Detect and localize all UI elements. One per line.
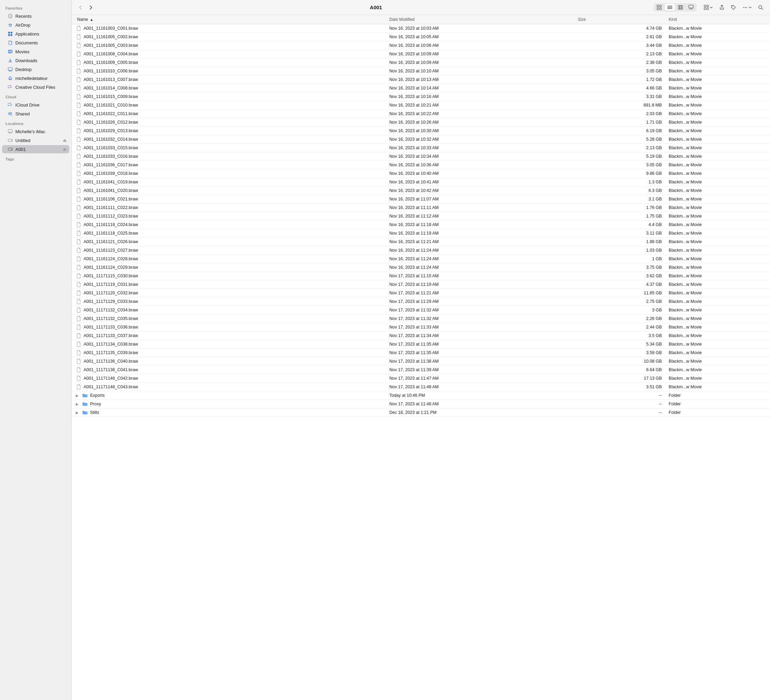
table-row[interactable]: A001_11161041_C019.brawNov 16, 2023 at 1… (72, 178, 770, 186)
file-icon (76, 307, 81, 313)
file-size: 2.44 GB (574, 323, 665, 332)
sidebar-item-untitled[interactable]: Untitled ⏏ (2, 136, 69, 144)
table-row[interactable]: ▶ ProxyNov 17, 2023 at 11:48 AM--Folder (72, 400, 770, 408)
table-row[interactable]: A001_11171133_C037.brawNov 17, 2023 at 1… (72, 332, 770, 340)
table-row[interactable]: A001_11161041_C020.brawNov 16, 2023 at 1… (72, 186, 770, 195)
table-row[interactable]: A001_11161112_C023.brawNov 16, 2023 at 1… (72, 212, 770, 220)
view-list-button[interactable] (665, 4, 675, 11)
sidebar-item-downloads[interactable]: Downloads (2, 56, 69, 65)
table-row[interactable]: A001_11161005_C003.brawNov 16, 2023 at 1… (72, 41, 770, 50)
table-row[interactable]: A001_11161106_C021.brawNov 16, 2023 at 1… (72, 195, 770, 204)
table-row[interactable]: A001_11161124_C029.brawNov 16, 2023 at 1… (72, 263, 770, 272)
sidebar-item-documents[interactable]: Documents (2, 39, 69, 47)
table-row[interactable]: A001_11161015_C009.brawNov 16, 2023 at 1… (72, 92, 770, 101)
sidebar-item-airdrop[interactable]: AirDrop (2, 21, 69, 29)
file-modified: Nov 16, 2023 at 10:41 AM (386, 178, 574, 186)
file-name: A001_11161112_C023.braw (84, 214, 138, 219)
eject-icon-a001[interactable]: ⏏ (63, 147, 66, 152)
table-row[interactable]: A001_11161033_C016.brawNov 16, 2023 at 1… (72, 152, 770, 161)
disclosure-arrow[interactable]: ▶ (76, 411, 79, 415)
file-kind: Blackm...w Movie (665, 212, 770, 220)
group-button[interactable] (701, 3, 715, 11)
table-row[interactable]: A001_11171115_C030.brawNov 17, 2023 at 1… (72, 272, 770, 280)
table-row[interactable]: A001_11171135_C039.brawNov 17, 2023 at 1… (72, 348, 770, 357)
view-gallery-button[interactable] (686, 4, 696, 11)
disclosure-arrow[interactable]: ▶ (76, 394, 79, 397)
table-row[interactable]: A001_11161009_C005.brawNov 16, 2023 at 1… (72, 58, 770, 67)
sidebar-item-recents[interactable]: Recents (2, 12, 69, 20)
table-row[interactable]: A001_11161036_C017.brawNov 16, 2023 at 1… (72, 161, 770, 169)
table-row[interactable]: A001_11161013_C007.brawNov 16, 2023 at 1… (72, 75, 770, 84)
table-row[interactable]: A001_11161124_C028.brawNov 16, 2023 at 1… (72, 255, 770, 263)
view-columns-button[interactable] (675, 4, 685, 11)
file-size: 6.19 GB (574, 127, 665, 135)
tag-button[interactable] (728, 3, 739, 11)
file-kind: Blackm...w Movie (665, 33, 770, 41)
table-row[interactable]: ▶ ExportsToday at 10:46 PM--Folder (72, 391, 770, 400)
col-header-name[interactable]: Name ▲ (72, 15, 386, 24)
table-row[interactable]: A001_11161005_C002.brawNov 16, 2023 at 1… (72, 33, 770, 41)
back-button[interactable] (76, 3, 85, 11)
table-row[interactable]: A001_11161010_C006.brawNov 16, 2023 at 1… (72, 67, 770, 75)
table-row[interactable]: A001_11161121_C026.brawNov 16, 2023 at 1… (72, 238, 770, 246)
file-icon (76, 136, 81, 142)
file-kind: Blackm...w Movie (665, 24, 770, 33)
col-header-size[interactable]: Size (574, 15, 665, 24)
table-row[interactable]: A001_11171129_C033.brawNov 17, 2023 at 1… (72, 297, 770, 306)
file-kind: Blackm...w Movie (665, 297, 770, 306)
forward-button[interactable] (86, 3, 95, 11)
table-row[interactable]: A001_11161008_C004.brawNov 16, 2023 at 1… (72, 50, 770, 58)
table-row[interactable]: A001_11161111_C022.brawNov 16, 2023 at 1… (72, 204, 770, 212)
file-icon (76, 256, 81, 262)
table-row[interactable]: A001_11161039_C018.brawNov 16, 2023 at 1… (72, 169, 770, 178)
file-size: 1.75 GB (574, 212, 665, 220)
sidebar-item-shared[interactable]: Shared (2, 110, 69, 118)
table-row[interactable]: A001_11171132_C034.brawNov 17, 2023 at 1… (72, 306, 770, 314)
sidebar-item-a001[interactable]: A001 ⏏ (2, 145, 69, 153)
table-row[interactable]: A001_11171120_C032.brawNov 17, 2023 at 1… (72, 289, 770, 297)
table-row[interactable]: A001_11171136_C040.brawNov 17, 2023 at 1… (72, 357, 770, 366)
table-row[interactable]: ▶ StillsDec 18, 2023 at 1:21 PM--Folder (72, 408, 770, 417)
table-row[interactable]: A001_11171119_C031.brawNov 17, 2023 at 1… (72, 280, 770, 289)
sidebar-item-user[interactable]: michelledelateur (2, 74, 69, 82)
table-row[interactable]: A001_11171148_C043.brawNov 17, 2023 at 1… (72, 383, 770, 391)
svg-rect-44 (704, 8, 706, 10)
col-header-kind[interactable]: Kind (665, 15, 770, 24)
file-icon (76, 34, 81, 40)
eject-icon[interactable]: ⏏ (63, 138, 66, 143)
table-row[interactable]: A001_11171134_C038.brawNov 17, 2023 at 1… (72, 340, 770, 348)
table-row[interactable]: A001_11161003_C001.brawNov 16, 2023 at 1… (72, 24, 770, 33)
file-kind: Blackm...w Movie (665, 263, 770, 272)
share-button[interactable] (717, 3, 727, 11)
col-header-modified[interactable]: Date Modified (386, 15, 574, 24)
folder-icon (82, 401, 88, 407)
table-row[interactable]: A001_11161026_C012.brawNov 16, 2023 at 1… (72, 118, 770, 127)
table-row[interactable]: A001_11161021_C010.brawNov 16, 2023 at 1… (72, 101, 770, 110)
view-icons-button[interactable] (654, 4, 664, 11)
more-button[interactable] (740, 3, 754, 11)
sidebar-item-desktop[interactable]: Desktop (2, 65, 69, 73)
table-row[interactable]: A001_11171146_C042.brawNov 17, 2023 at 1… (72, 374, 770, 383)
sidebar-item-imac[interactable]: Michelle's iMac (2, 127, 69, 136)
table-row[interactable]: A001_11161029_C013.brawNov 16, 2023 at 1… (72, 127, 770, 135)
table-row[interactable]: A001_11161022_C011.brawNov 16, 2023 at 1… (72, 110, 770, 118)
table-row[interactable]: A001_11161032_C014.brawNov 16, 2023 at 1… (72, 135, 770, 144)
file-modified: Nov 16, 2023 at 10:16 AM (386, 92, 574, 101)
search-button[interactable] (755, 3, 766, 11)
table-row[interactable]: A001_11171133_C036.brawNov 17, 2023 at 1… (72, 323, 770, 332)
table-row[interactable]: A001_11161118_C024.brawNov 16, 2023 at 1… (72, 220, 770, 229)
sidebar-item-applications[interactable]: Applications (2, 30, 69, 38)
table-row[interactable]: A001_11171132_C035.brawNov 17, 2023 at 1… (72, 314, 770, 323)
file-size: 1.03 GB (574, 246, 665, 255)
sidebar-item-movies[interactable]: Movies (2, 47, 69, 56)
file-name: A001_11161036_C017.braw (84, 162, 138, 167)
table-row[interactable]: A001_11161123_C027.brawNov 16, 2023 at 1… (72, 246, 770, 255)
table-row[interactable]: A001_11161014_C008.brawNov 16, 2023 at 1… (72, 84, 770, 92)
disclosure-arrow[interactable]: ▶ (76, 402, 79, 406)
file-list[interactable]: Name ▲ Date Modified Size Kind A001_1116… (72, 15, 770, 700)
table-row[interactable]: A001_11171138_C041.brawNov 17, 2023 at 1… (72, 366, 770, 374)
table-row[interactable]: A001_11161033_C015.brawNov 16, 2023 at 1… (72, 144, 770, 152)
sidebar-item-icloud[interactable]: iCloud Drive (2, 101, 69, 109)
table-row[interactable]: A001_11161118_C025.brawNov 16, 2023 at 1… (72, 229, 770, 238)
sidebar-item-creative-cloud[interactable]: Creative Cloud Files (2, 83, 69, 91)
